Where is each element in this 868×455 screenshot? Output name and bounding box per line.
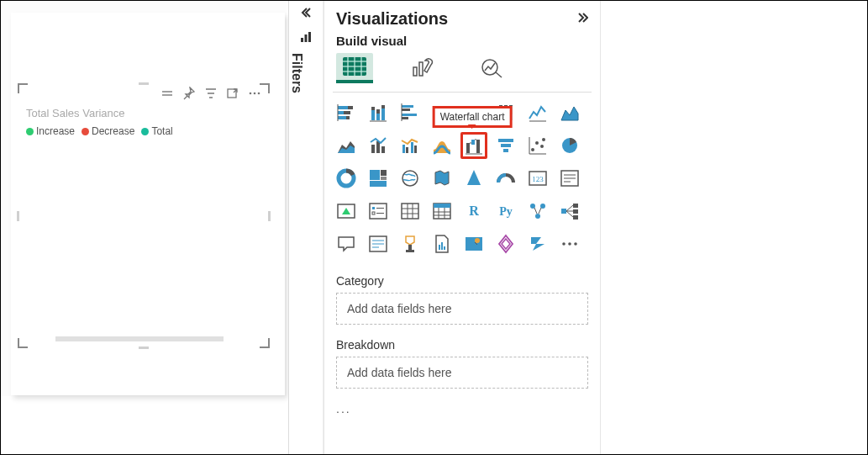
resize-handle-l[interactable]	[17, 211, 19, 221]
stacked-bar-chart-icon[interactable]	[333, 99, 360, 126]
multi-row-card-icon[interactable]	[556, 165, 583, 192]
build-visual-tab[interactable]	[336, 53, 373, 83]
focus-mode-icon[interactable]	[226, 87, 239, 100]
svg-point-83	[402, 171, 418, 186]
line-chart-icon[interactable]	[524, 99, 551, 126]
waterfall-chart-icon[interactable]: Waterfall chart	[460, 132, 487, 159]
azure-map-icon[interactable]	[460, 165, 487, 192]
python-visual-icon[interactable]: Py	[492, 198, 519, 225]
r-visual-icon[interactable]: R	[460, 198, 487, 225]
scatter-chart-icon[interactable]	[524, 132, 551, 159]
treemap-icon[interactable]	[365, 165, 392, 192]
legend-label: Increase	[36, 125, 75, 137]
smart-narrative-icon[interactable]	[365, 230, 392, 257]
svg-rect-55	[371, 145, 375, 153]
table-icon[interactable]	[397, 198, 423, 225]
svg-rect-34	[402, 114, 417, 116]
svg-rect-22	[338, 116, 346, 119]
funnel-chart-icon[interactable]	[492, 132, 519, 159]
analytics-tab[interactable]	[474, 53, 511, 83]
svg-rect-14	[413, 67, 417, 76]
kpi-icon[interactable]	[333, 198, 360, 225]
stacked-column-chart-icon[interactable]	[365, 99, 392, 126]
svg-point-73	[540, 145, 544, 148]
key-influencers-icon[interactable]	[524, 198, 551, 225]
line-stacked-column-icon[interactable]	[365, 132, 392, 159]
svg-rect-130	[466, 237, 482, 251]
svg-rect-59	[406, 147, 408, 153]
svg-rect-81	[381, 177, 387, 180]
svg-rect-126	[406, 250, 414, 252]
svg-rect-69	[501, 144, 511, 147]
svg-rect-127	[439, 245, 440, 250]
resize-handle-br[interactable]	[260, 338, 270, 348]
area-chart-icon[interactable]	[556, 99, 583, 126]
more-options-icon[interactable]	[248, 87, 261, 100]
horizontal-scrollbar[interactable]	[55, 336, 224, 341]
legend-swatch-increase	[26, 128, 34, 135]
svg-rect-91	[370, 204, 387, 219]
svg-rect-117	[573, 215, 578, 220]
svg-point-1	[250, 93, 252, 95]
svg-point-132	[562, 242, 566, 246]
svg-line-120	[566, 211, 573, 217]
arcgis-map-icon[interactable]	[460, 230, 487, 257]
ribbon-chart-icon[interactable]	[429, 132, 455, 159]
svg-rect-96	[402, 204, 418, 219]
legend-swatch-decrease	[82, 128, 89, 135]
collapse-filters-icon[interactable]	[289, 1, 323, 24]
svg-rect-63	[471, 140, 475, 145]
grip-icon[interactable]	[160, 87, 174, 100]
donut-chart-icon[interactable]	[333, 165, 360, 192]
format-visual-tab[interactable]	[405, 53, 442, 83]
svg-rect-82	[370, 181, 387, 187]
resize-handle-r[interactable]	[268, 211, 271, 221]
matrix-icon[interactable]	[429, 198, 455, 225]
resize-handle-t[interactable]	[139, 82, 149, 85]
expand-pane-icon[interactable]	[576, 12, 588, 27]
decomposition-tree-icon[interactable]	[556, 198, 583, 225]
pin-icon[interactable]	[182, 87, 196, 100]
paginated-report-icon[interactable]	[429, 230, 455, 257]
visual-tile[interactable]: Total Sales Variance Increase Decrease T…	[18, 83, 270, 348]
filter-icon[interactable]	[204, 87, 218, 100]
pie-chart-icon[interactable]	[556, 132, 583, 159]
field-well-label-breakdown: Breakdown	[336, 338, 588, 352]
svg-rect-23	[346, 116, 350, 119]
card-icon[interactable]: 123	[524, 165, 551, 192]
power-apps-icon[interactable]	[492, 230, 519, 257]
get-more-visuals-icon[interactable]	[556, 230, 583, 257]
gauge-icon[interactable]	[492, 165, 519, 192]
resize-handle-bl[interactable]	[18, 338, 28, 348]
svg-rect-30	[381, 105, 385, 108]
filled-map-icon[interactable]	[429, 165, 455, 192]
clustered-bar-chart-icon[interactable]	[397, 99, 423, 126]
legend-item: Total	[141, 125, 172, 137]
legend-swatch-total	[141, 128, 149, 135]
line-clustered-column-icon[interactable]	[397, 132, 423, 159]
goals-icon[interactable]	[397, 230, 423, 257]
filters-label[interactable]: Filters	[289, 53, 304, 93]
power-automate-icon[interactable]	[524, 230, 551, 257]
svg-rect-79	[370, 170, 380, 180]
field-well-label-category: Category	[336, 274, 588, 288]
svg-rect-28	[376, 109, 380, 114]
qa-visual-icon[interactable]	[333, 230, 360, 257]
slicer-icon[interactable]	[365, 198, 392, 225]
filters-chart-icon[interactable]	[289, 24, 323, 50]
resize-handle-b[interactable]	[139, 347, 149, 349]
field-well-breakdown[interactable]: Add data fields here	[336, 357, 588, 389]
svg-rect-27	[376, 114, 380, 120]
svg-rect-102	[434, 204, 450, 208]
svg-rect-32	[402, 105, 413, 108]
stacked-area-chart-icon[interactable]	[333, 132, 360, 159]
map-icon[interactable]	[397, 165, 423, 192]
svg-rect-57	[381, 146, 385, 153]
svg-rect-128	[441, 242, 443, 250]
svg-rect-61	[414, 145, 417, 153]
field-well-category[interactable]: Add data fields here	[336, 293, 588, 325]
svg-rect-0	[228, 89, 236, 98]
svg-line-113	[539, 208, 541, 214]
svg-rect-21	[344, 111, 350, 114]
svg-rect-115	[573, 204, 578, 208]
